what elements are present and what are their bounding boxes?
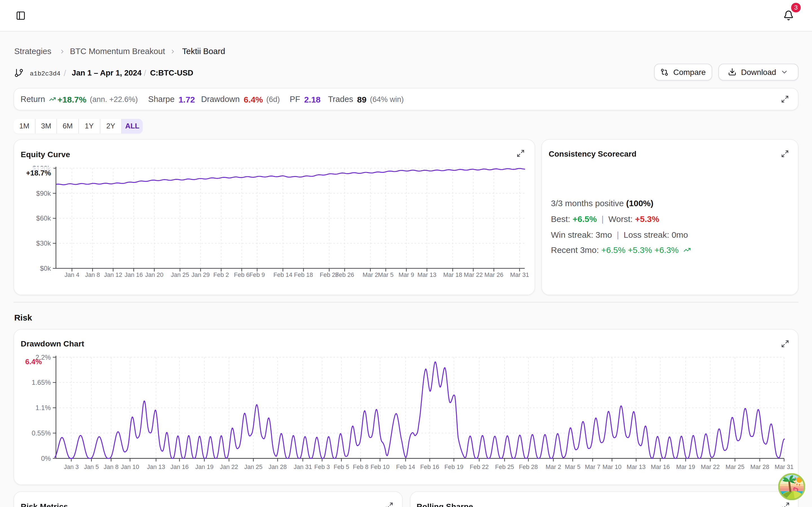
- svg-text:$0k: $0k: [40, 265, 51, 272]
- svg-text:0%: 0%: [41, 455, 51, 462]
- svg-text:Feb 3: Feb 3: [314, 463, 330, 470]
- svg-text:$60k: $60k: [36, 214, 51, 222]
- svg-text:0.55%: 0.55%: [32, 429, 51, 437]
- svg-text:Jan 13: Jan 13: [147, 463, 165, 470]
- svg-text:Feb 19: Feb 19: [444, 463, 463, 470]
- svg-text:Jan 5: Jan 5: [84, 463, 99, 470]
- svg-text:1.65%: 1.65%: [32, 379, 51, 386]
- svg-text:Mar 9: Mar 9: [399, 271, 414, 278]
- svg-text:Jan 31: Jan 31: [294, 463, 312, 470]
- svg-text:Jan 12: Jan 12: [104, 271, 122, 278]
- svg-text:Feb 8: Feb 8: [353, 463, 368, 470]
- svg-text:Jan 22: Jan 22: [220, 463, 238, 470]
- svg-text:Mar 13: Mar 13: [417, 271, 437, 278]
- svg-text:Feb 6: Feb 6: [234, 271, 250, 278]
- svg-text:Jan 8: Jan 8: [85, 271, 100, 278]
- svg-text:Mar 7: Mar 7: [585, 463, 600, 470]
- svg-text:Jan 16: Jan 16: [170, 463, 189, 470]
- svg-text:Mar 18: Mar 18: [443, 271, 462, 278]
- svg-text:Mar 16: Mar 16: [651, 463, 670, 470]
- svg-text:Feb 18: Feb 18: [294, 271, 313, 278]
- svg-text:Jan 25: Jan 25: [171, 271, 189, 278]
- svg-text:Mar 22: Mar 22: [464, 271, 483, 278]
- svg-text:Feb 9: Feb 9: [249, 271, 265, 278]
- svg-text:Feb 28: Feb 28: [519, 463, 538, 470]
- svg-text:Jan 8: Jan 8: [104, 463, 119, 470]
- svg-text:Mar 2: Mar 2: [363, 271, 378, 278]
- svg-text:$30k: $30k: [36, 239, 51, 247]
- svg-text:Mar 26: Mar 26: [485, 271, 503, 278]
- svg-text:6.4%: 6.4%: [25, 357, 42, 366]
- svg-text:Mar 28: Mar 28: [750, 463, 769, 470]
- svg-text:Feb 26: Feb 26: [335, 271, 354, 278]
- svg-text:Mar 31: Mar 31: [774, 463, 794, 470]
- svg-text:Mar 10: Mar 10: [603, 463, 621, 470]
- svg-text:Jan 16: Jan 16: [124, 271, 143, 278]
- svg-text:Mar 2: Mar 2: [546, 463, 561, 470]
- svg-text:Feb 16: Feb 16: [420, 463, 439, 470]
- svg-text:Jan 25: Jan 25: [244, 463, 262, 470]
- svg-text:Mar 22: Mar 22: [701, 463, 720, 470]
- svg-text:+18.7%: +18.7%: [26, 169, 51, 177]
- svg-text:Mar 31: Mar 31: [510, 271, 529, 278]
- svg-text:Feb 2: Feb 2: [213, 271, 229, 278]
- svg-text:Jan 3: Jan 3: [64, 463, 79, 470]
- svg-text:Mar 25: Mar 25: [725, 463, 744, 470]
- svg-text:Jan 19: Jan 19: [195, 463, 213, 470]
- svg-text:Mar 19: Mar 19: [676, 463, 695, 470]
- svg-text:Jan 4: Jan 4: [64, 271, 80, 278]
- svg-text:Jan 29: Jan 29: [192, 271, 210, 278]
- svg-text:Feb 14: Feb 14: [273, 271, 292, 278]
- svg-text:Feb 22: Feb 22: [470, 463, 489, 470]
- svg-text:1.1%: 1.1%: [36, 404, 51, 411]
- svg-text:Jan 10: Jan 10: [121, 463, 139, 470]
- svg-text:Feb 5: Feb 5: [334, 463, 349, 470]
- svg-text:$90k: $90k: [36, 189, 51, 197]
- svg-text:Mar 5: Mar 5: [565, 463, 580, 470]
- svg-text:Mar 5: Mar 5: [378, 271, 394, 278]
- svg-text:Feb 25: Feb 25: [495, 463, 514, 470]
- svg-text:Jan 20: Jan 20: [145, 271, 163, 278]
- svg-text:Jan 28: Jan 28: [268, 463, 287, 470]
- svg-text:Feb 14: Feb 14: [396, 463, 415, 470]
- svg-text:Mar 13: Mar 13: [627, 463, 646, 470]
- svg-text:Feb 10: Feb 10: [370, 463, 389, 470]
